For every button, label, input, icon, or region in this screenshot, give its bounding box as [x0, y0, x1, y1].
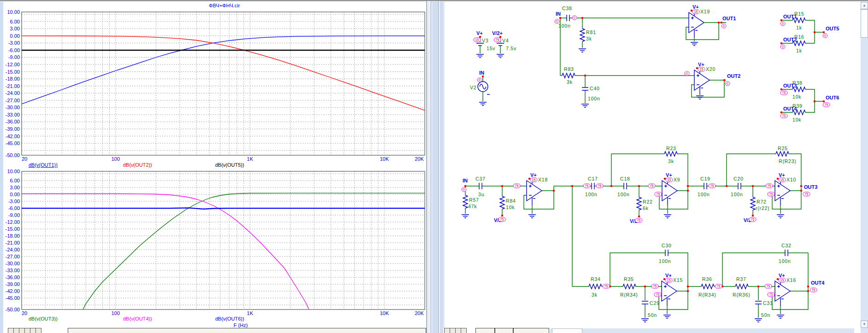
svg-text:0: 0 [824, 34, 826, 37]
resistor-R15[interactable]: R15 1k [792, 11, 805, 30]
schematic-hscroll-thumb[interactable] [552, 328, 582, 333]
plot-hscrollbar[interactable] [68, 328, 426, 333]
node-label-out5[interactable]: OUT5 [826, 26, 839, 31]
opamp-symbol [662, 179, 677, 205]
resistor-R72[interactable]: R72 r(r22) [751, 197, 769, 211]
resistor-R81[interactable]: R81 3k [580, 29, 596, 41]
svg-text:0.00: 0.00 [10, 192, 20, 197]
resistor-R84[interactable]: R84 10k [500, 196, 516, 210]
legend-dB(v(OUT3))[interactable]: dB(v(OUT3)) [29, 316, 58, 321]
resistor-R37[interactable]: R37 R(R36) [733, 276, 751, 298]
node-label-out2[interactable]: OUT2 [727, 73, 740, 79]
svg-text:-6.00: -6.00 [8, 205, 20, 211]
svg-text:-39.00: -39.00 [6, 281, 20, 287]
resistor-R25[interactable]: R25 R(R23) [776, 146, 797, 164]
resistor-R16[interactable]: R16 1k [792, 34, 805, 53]
bode-plots: 10.006.003.000.00-3.00-6.00-9.00-12.00-1… [3, 2, 426, 329]
curve-dB(v(OUT2)) [22, 36, 425, 111]
opamp-X18[interactable]: V+ X18 [527, 172, 548, 205]
legend-dB(v(OUT2))[interactable]: dB(v(OUT2)) [123, 162, 152, 168]
resistor-symbol [776, 152, 789, 156]
opamp-symbol [694, 69, 710, 95]
capacitor-C31[interactable]: C31 50n [755, 300, 773, 318]
svg-text:-30.00: -30.00 [6, 105, 20, 110]
component-name: X15 [673, 277, 683, 283]
resistor-R57[interactable]: R57 47k [463, 195, 479, 209]
component-name: X16 [786, 277, 796, 283]
node-label-out6[interactable]: OUT6 [826, 95, 839, 100]
node-label-out1[interactable]: OUT1 [722, 16, 736, 21]
legend-dB(v(OUT5))[interactable]: dB(v(OUT5)) [215, 162, 244, 168]
svg-text:0: 0 [782, 22, 784, 25]
svg-text:-12.00: -12.00 [6, 62, 20, 67]
svg-text:0.00: 0.00 [10, 33, 20, 39]
capacitor-C19[interactable]: C19 100n [698, 176, 710, 197]
plot-frame [22, 12, 425, 155]
component-value: 50n [648, 312, 657, 318]
node-label-out3[interactable]: OUT3 [804, 184, 817, 190]
schematic-hscrollbar[interactable] [550, 328, 854, 333]
schematic-page-tab[interactable] [513, 328, 549, 333]
capacitor-C30[interactable]: C30 100n [659, 243, 672, 264]
component-value: 100n [779, 258, 791, 264]
svg-text:-45.00: -45.00 [6, 140, 20, 146]
scroll-up-icon[interactable]: ▲ [861, 2, 868, 9]
resistor-R23[interactable]: R23 3k [664, 146, 677, 164]
opamp-X15[interactable]: V+ X15 [662, 273, 683, 306]
scroll-down-icon[interactable]: ▼ [861, 321, 868, 328]
resistor-R39[interactable]: R39 10k [792, 103, 805, 123]
schematic-page-tab[interactable] [495, 328, 513, 333]
capacitor-C32[interactable]: C32 100n [779, 243, 792, 264]
node-label-in[interactable]: IN [556, 11, 561, 17]
svg-text:75: 75 [656, 293, 660, 296]
svg-text:15: 15 [475, 38, 479, 41]
resistor-R22[interactable]: R22 6k [637, 197, 653, 211]
curves [22, 36, 425, 111]
capacitor-C18[interactable]: C18 100n [617, 176, 630, 197]
legend-dB(v(OUT6))[interactable]: dB(v(OUT6)) [215, 316, 244, 321]
opamp-X20[interactable]: V+ X20 [694, 62, 716, 95]
plot-scroll-button[interactable] [35, 328, 41, 333]
schematic-canvas[interactable]: V+ V3 15v V/2+ V4 7.5v IN V2 C38 100n [443, 2, 861, 329]
component-name: C30 [662, 243, 672, 248]
x-axis-labels: 201001K10K20K [22, 310, 424, 316]
resistor-R36[interactable]: R36 R(R34) [698, 276, 716, 298]
component-name: V2 [470, 85, 476, 90]
resistor-R34[interactable]: R34 3k [589, 276, 602, 298]
schematic-vscrollbar[interactable]: ▲ ▼ [861, 2, 868, 333]
node-label-vplus: V+ [476, 30, 483, 36]
opamp-X10[interactable]: V+ X10 [775, 172, 796, 205]
schematic-page-tab[interactable] [475, 328, 495, 333]
schematic-vscroll-thumb[interactable] [861, 9, 868, 38]
capacitor-symbol [567, 15, 569, 21]
component-name: R16 [794, 34, 804, 40]
component-name: X19 [700, 9, 710, 14]
svg-text:-15.00: -15.00 [6, 69, 20, 75]
schematic-scroll-button[interactable] [461, 328, 467, 333]
component-value: 100n [731, 192, 743, 197]
component-name: R83 [564, 66, 574, 72]
window-splitter[interactable] [426, 1, 443, 333]
node-label-in[interactable]: IN [463, 178, 468, 183]
component-value: 1k [796, 48, 802, 53]
svg-text:-33.00: -33.00 [6, 268, 20, 273]
capacitor-C37[interactable]: C37 3u [475, 176, 486, 197]
resistor-R83[interactable]: R83 3k [562, 66, 575, 85]
svg-text:75: 75 [650, 184, 654, 187]
node-label-out4[interactable]: OUT4 [811, 280, 825, 286]
capacitor-C40[interactable]: C40 100n [582, 86, 600, 101]
capacitor-C20[interactable]: C20 100n [731, 176, 744, 197]
legend-dB(v(OUT4))[interactable]: dB(v(OUT4)) [123, 316, 152, 321]
opamp-X16[interactable]: V+ X16 [775, 273, 796, 306]
resistor-R35[interactable]: R35 R(R34) [620, 276, 638, 298]
node-label-vplus: V+ [530, 172, 537, 178]
legend-dB(v(OUT1))[interactable]: dB(v(OUT1)) [29, 162, 58, 168]
y-axis-labels: 10.006.003.000.00-3.00-6.00-9.00-12.00-1… [6, 9, 20, 158]
opamp-X19[interactable]: V+ X19 [689, 4, 710, 37]
component-value: 10k [792, 94, 801, 99]
capacitor-C29[interactable]: C29 50n [642, 300, 660, 318]
opamp-X9[interactable]: V+ X9 [662, 172, 680, 205]
svg-text:-42.00: -42.00 [6, 288, 20, 294]
resistor-R38[interactable]: R38 10k [792, 80, 805, 99]
svg-text:-6.00: -6.00 [8, 47, 20, 53]
